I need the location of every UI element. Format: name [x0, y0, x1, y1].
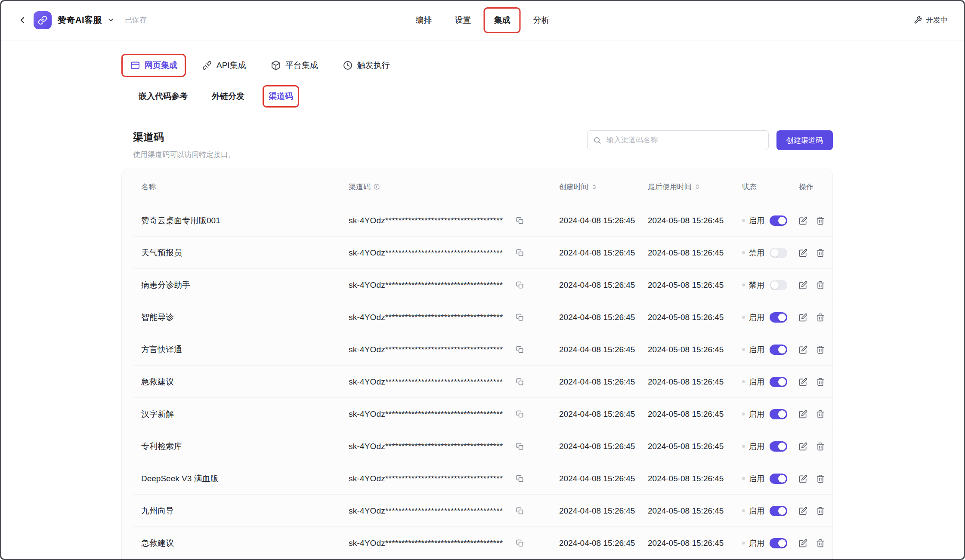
- header-status: 状态: [742, 182, 799, 192]
- channel-code: sk-4YOdz********************************…: [349, 538, 503, 548]
- copy-icon[interactable]: [516, 216, 524, 225]
- edit-icon[interactable]: [799, 474, 807, 483]
- app-header: 赞奇AI客服 已保存 编排 设置 集成 分析 开发中: [0, 0, 965, 40]
- edit-icon[interactable]: [799, 539, 807, 548]
- status-label: 启用: [749, 409, 764, 419]
- status-dot: [742, 477, 745, 480]
- table-header-row: 名称 渠道码 创建时间 最后使用时间 状态 操作: [122, 169, 832, 204]
- edit-icon[interactable]: [799, 507, 807, 515]
- status-toggle[interactable]: [770, 538, 787, 548]
- sort-icon[interactable]: [694, 184, 701, 190]
- delete-icon[interactable]: [816, 378, 825, 386]
- edit-icon[interactable]: [799, 281, 807, 289]
- delete-icon[interactable]: [816, 474, 825, 483]
- table-row: 急救建议 sk-4YOdz***************************…: [122, 366, 832, 398]
- tab-web-integration[interactable]: 网页集成: [130, 60, 177, 71]
- delete-icon[interactable]: [816, 410, 825, 418]
- status-toggle[interactable]: [770, 441, 787, 452]
- sort-icon[interactable]: [591, 184, 597, 190]
- created-time: 2024-04-08 15:26:45: [559, 442, 648, 451]
- page-subtitle: 使用渠道码可以访问特定接口。: [133, 150, 235, 160]
- created-time: 2024-04-08 15:26:45: [559, 248, 648, 258]
- search-input[interactable]: [587, 130, 769, 150]
- table-row: 赞奇云桌面专用版001 sk-4YOdz********************…: [122, 204, 832, 237]
- status-toggle[interactable]: [770, 248, 787, 258]
- status-label: 禁用: [749, 248, 764, 258]
- status-toggle[interactable]: [770, 506, 787, 516]
- edit-icon[interactable]: [799, 216, 807, 225]
- status-toggle[interactable]: [770, 280, 787, 290]
- copy-icon[interactable]: [516, 474, 524, 483]
- status-toggle[interactable]: [770, 345, 787, 355]
- status-toggle[interactable]: [770, 377, 787, 387]
- cube-icon: [271, 60, 281, 71]
- edit-icon[interactable]: [799, 345, 807, 354]
- delete-icon[interactable]: [816, 216, 825, 225]
- channel-name: 天气预报员: [141, 247, 349, 258]
- tab-trigger-execution[interactable]: 触发执行: [343, 60, 390, 71]
- status-label: 启用: [749, 377, 764, 387]
- status-dot: [742, 445, 745, 448]
- create-channel-code-button[interactable]: 创建渠道码: [776, 130, 833, 150]
- status-toggle[interactable]: [770, 409, 787, 419]
- copy-icon[interactable]: [516, 249, 524, 257]
- subtab-channel-code[interactable]: 渠道码: [269, 91, 293, 102]
- copy-icon[interactable]: [516, 507, 524, 515]
- channel-code: sk-4YOdz********************************…: [349, 216, 503, 225]
- delete-icon[interactable]: [816, 442, 825, 451]
- last-used-time: 2024-05-08 15:26:45: [648, 280, 742, 290]
- edit-icon[interactable]: [799, 410, 807, 418]
- header-created[interactable]: 创建时间: [559, 182, 648, 192]
- nav-item-integration[interactable]: 集成: [494, 15, 510, 26]
- subtab-embed-code[interactable]: 嵌入代码参考: [139, 91, 188, 102]
- edit-icon[interactable]: [799, 313, 807, 322]
- nav-item-orchestrate[interactable]: 编排: [416, 15, 432, 26]
- nav-item-settings[interactable]: 设置: [455, 15, 471, 26]
- delete-icon[interactable]: [816, 313, 825, 322]
- last-used-time: 2024-05-08 15:26:45: [648, 313, 742, 322]
- edit-icon[interactable]: [799, 442, 807, 451]
- created-time: 2024-04-08 15:26:45: [559, 345, 648, 354]
- copy-icon[interactable]: [516, 410, 524, 418]
- tab-label: 网页集成: [145, 60, 177, 71]
- last-used-time: 2024-05-08 15:26:45: [648, 409, 742, 419]
- copy-icon[interactable]: [516, 313, 524, 322]
- back-button[interactable]: [17, 15, 28, 25]
- app-logo: [34, 11, 52, 29]
- channel-code: sk-4YOdz********************************…: [349, 506, 503, 516]
- copy-icon[interactable]: [516, 281, 524, 289]
- integration-tabs: 网页集成 API集成 平台集成 触发执行: [0, 54, 965, 77]
- copy-icon[interactable]: [516, 345, 524, 354]
- tab-api-integration[interactable]: API集成: [202, 60, 246, 71]
- status-label: 启用: [749, 538, 764, 548]
- header-last-used[interactable]: 最后使用时间: [648, 182, 742, 192]
- saved-status: 已保存: [125, 15, 147, 25]
- title-dropdown[interactable]: [108, 16, 114, 24]
- delete-icon[interactable]: [816, 345, 825, 354]
- copy-icon[interactable]: [516, 539, 524, 548]
- link-icon: [38, 15, 47, 25]
- edit-icon[interactable]: [799, 249, 807, 257]
- channel-name: 汉字新解: [141, 409, 349, 420]
- page-title: 渠道码: [133, 130, 235, 144]
- nav-item-analysis[interactable]: 分析: [533, 15, 550, 26]
- status-label: 启用: [749, 345, 764, 355]
- copy-icon[interactable]: [516, 378, 524, 386]
- edit-icon[interactable]: [799, 378, 807, 386]
- table-row: 急救建议 sk-4YOdz***************************…: [122, 527, 832, 559]
- delete-icon[interactable]: [816, 539, 825, 548]
- status-toggle[interactable]: [770, 215, 787, 226]
- dev-mode-button[interactable]: 开发中: [914, 15, 948, 25]
- last-used-time: 2024-05-08 15:26:45: [648, 506, 742, 516]
- subtab-link-distribution[interactable]: 外链分发: [212, 91, 244, 102]
- delete-icon[interactable]: [816, 249, 825, 257]
- delete-icon[interactable]: [816, 507, 825, 515]
- copy-icon[interactable]: [516, 442, 524, 451]
- status-toggle[interactable]: [770, 312, 787, 323]
- delete-icon[interactable]: [816, 281, 825, 289]
- tab-platform-integration[interactable]: 平台集成: [271, 60, 318, 71]
- chevron-down-icon: [107, 16, 114, 24]
- status-toggle[interactable]: [770, 474, 787, 484]
- web-integration-subtabs: 嵌入代码参考 外链分发 渠道码: [0, 86, 965, 107]
- page-head: 渠道码 使用渠道码可以访问特定接口。 创建渠道码: [0, 130, 965, 160]
